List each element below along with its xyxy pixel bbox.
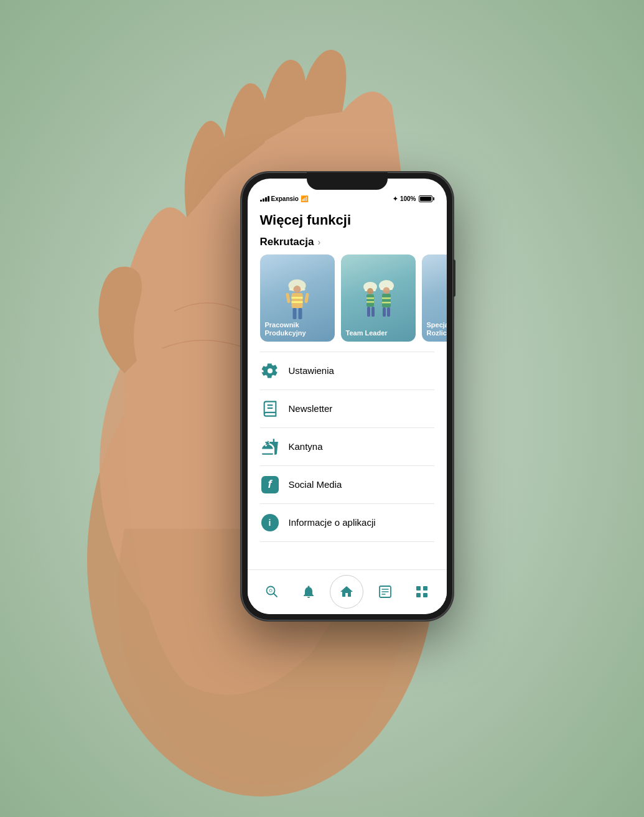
svg-rect-48 (416, 593, 421, 597)
info-icon-wrapper: i (260, 513, 280, 533)
worker-silhouette-1 (280, 274, 314, 324)
battery-icon (419, 195, 434, 202)
svg-line-40 (274, 594, 278, 597)
svg-rect-16 (366, 297, 374, 299)
svg-rect-17 (366, 301, 374, 303)
battery-body (419, 195, 432, 202)
svg-rect-25 (382, 302, 391, 304)
social-media-icon: f (260, 475, 280, 495)
phone-shell: Expansio 📶 ✦ 100% (241, 172, 453, 620)
section-heading-recruitment[interactable]: Rekrutacja › (248, 236, 447, 254)
menu-item-kantyna[interactable]: Kantyna (248, 428, 447, 465)
svg-rect-15 (366, 294, 374, 307)
signal-bars (260, 195, 269, 202)
settings-icon (260, 361, 280, 381)
social-label: Social Media (289, 479, 342, 490)
svg-rect-6 (291, 301, 302, 303)
home-nav-icon (339, 584, 354, 599)
svg-rect-23 (382, 294, 391, 307)
svg-rect-46 (416, 586, 421, 591)
worker-silhouette-2 (357, 274, 400, 324)
job-card-label-3: Specjalista ds. Rozlic (422, 317, 447, 341)
info-icon: i (261, 514, 279, 531)
newsletter-label: Newsletter (289, 403, 333, 414)
outer-scene: Expansio 📶 ✦ 100% (0, 0, 644, 817)
job-card-3[interactable]: Specjalista ds. Rozlic (422, 254, 447, 342)
job-card-label-2: Team Leader (341, 325, 416, 341)
nav-home[interactable] (330, 575, 363, 609)
svg-rect-10 (286, 292, 291, 303)
wifi-icon: 📶 (301, 195, 308, 202)
phone-screen: Expansio 📶 ✦ 100% (248, 179, 447, 614)
svg-rect-27 (387, 307, 390, 317)
bottom-spacer (248, 542, 447, 567)
grid-nav-icon (414, 584, 429, 599)
menu-item-social[interactable]: f Social Media (248, 466, 447, 503)
signal-bar-4 (268, 196, 269, 202)
book-svg (261, 400, 279, 418)
nav-news[interactable] (370, 576, 401, 607)
signal-bar-3 (265, 197, 267, 202)
notch (307, 172, 388, 190)
gear-svg (261, 362, 279, 380)
job-cards-container: Pracownik Produkcyjny (248, 254, 447, 352)
svg-rect-11 (304, 292, 309, 303)
section-label: Rekrutacja (260, 236, 314, 248)
phone-device: Expansio 📶 ✦ 100% (241, 172, 453, 620)
svg-rect-26 (383, 307, 386, 317)
nav-more[interactable] (406, 576, 437, 607)
job-card-label-1: Pracownik Produkcyjny (260, 317, 335, 341)
signal-bar-2 (263, 198, 264, 202)
carrier-name: Expansio (271, 195, 299, 202)
battery-tip (433, 197, 434, 200)
kantyna-icon (260, 437, 280, 457)
status-right: ✦ 100% (393, 195, 434, 202)
nav-notifications[interactable] (293, 576, 324, 607)
svg-rect-19 (371, 307, 375, 317)
nav-search[interactable] (256, 576, 287, 607)
settings-label: Ustawienia (289, 365, 334, 376)
bluetooth-icon: ✦ (393, 195, 398, 202)
cutlery-svg (261, 438, 279, 455)
signal-bar-1 (260, 200, 262, 202)
status-left: Expansio 📶 (260, 195, 308, 202)
svg-point-41 (269, 589, 272, 592)
battery-fill (420, 197, 431, 201)
bottom-nav (248, 569, 447, 614)
newsletter-icon (260, 399, 280, 419)
svg-rect-47 (423, 586, 427, 591)
screen-content: Więcej funkcji Rekrutacja › (248, 206, 447, 569)
svg-rect-24 (382, 297, 391, 299)
chevron-right-icon: › (317, 237, 320, 247)
svg-point-14 (367, 288, 373, 294)
job-card-1[interactable]: Pracownik Produkcyjny (260, 254, 335, 342)
menu-item-settings[interactable]: Ustawienia (248, 352, 447, 390)
page-title: Więcej funkcji (248, 206, 447, 236)
kantyna-label: Kantyna (289, 441, 323, 452)
svg-point-22 (383, 287, 390, 294)
worker-silhouette-3 (442, 274, 447, 324)
job-card-2[interactable]: Team Leader (341, 254, 416, 342)
search-nav-icon (264, 584, 279, 599)
bell-nav-icon (301, 584, 316, 599)
svg-point-7 (293, 286, 301, 293)
menu-item-newsletter[interactable]: Newsletter (248, 390, 447, 427)
facebook-icon: f (261, 476, 279, 493)
svg-rect-4 (291, 293, 302, 308)
menu-item-info[interactable]: i Informacje o aplikacji (248, 504, 447, 541)
battery-percent: 100% (400, 195, 416, 202)
svg-rect-18 (367, 307, 370, 317)
svg-rect-5 (291, 297, 302, 299)
svg-rect-49 (423, 593, 427, 597)
newspaper-nav-icon (378, 584, 393, 599)
info-label: Informacje o aplikacji (289, 517, 376, 528)
